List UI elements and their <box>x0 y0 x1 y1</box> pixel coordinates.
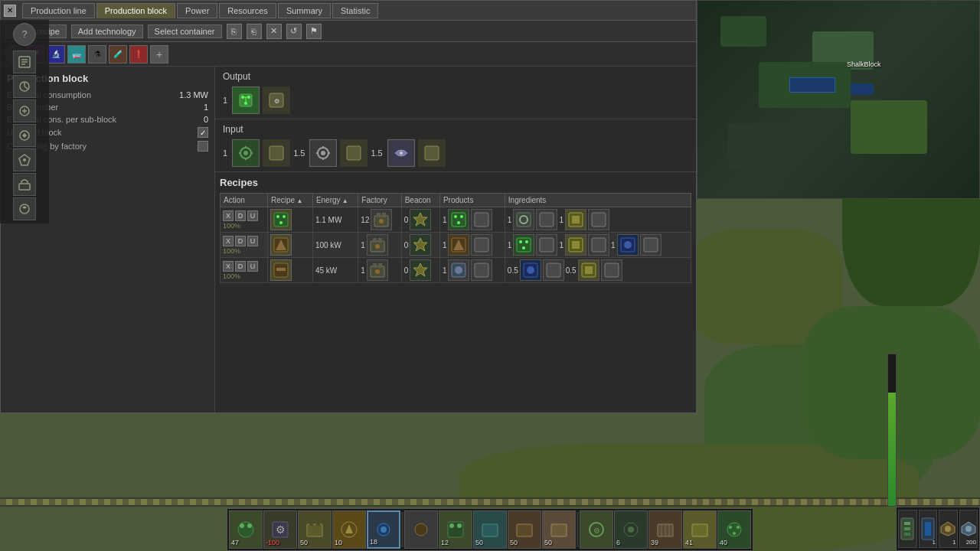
hotbar-slot-13[interactable]: 39 <box>648 510 682 549</box>
close-button[interactable]: ✕ <box>4 5 16 17</box>
input-title: Input <box>223 124 688 135</box>
beacon-icon-3[interactable] <box>410 259 431 281</box>
equip-slot-3[interactable]: 1 <box>939 510 958 548</box>
action-d-1[interactable]: D <box>235 210 246 221</box>
equip-slot-2[interactable]: 1 <box>919 510 938 548</box>
factory-count-3: 1 <box>361 266 365 275</box>
action-d-2[interactable]: D <box>235 236 246 246</box>
add-icon[interactable]: + <box>150 45 168 64</box>
unlinked-block-checkbox[interactable] <box>198 127 208 138</box>
nav-icon-2[interactable] <box>13 75 36 98</box>
tab-production-line[interactable]: Production line <box>22 3 95 18</box>
hotbar-slot-3-count: 50 <box>300 539 308 546</box>
action-x-3[interactable]: X <box>223 261 234 272</box>
tab-resources[interactable]: Resources <box>219 3 276 18</box>
action-x-2[interactable]: X <box>223 236 234 246</box>
product-icon-1[interactable] <box>448 209 469 230</box>
beacon-icon-2[interactable] <box>410 234 431 256</box>
input-item-3[interactable] <box>387 139 415 167</box>
tab-summary[interactable]: Summary <box>278 3 331 18</box>
ing1-icon-1[interactable] <box>513 209 534 230</box>
action-d-3[interactable]: D <box>235 261 246 272</box>
recipe-icon-1[interactable] <box>270 209 292 230</box>
factory-icon-2[interactable] <box>367 234 388 256</box>
input-item-2[interactable] <box>309 139 337 167</box>
ing2-icon-2[interactable] <box>565 234 586 256</box>
hotbar-slot-1[interactable]: 47 <box>229 510 263 549</box>
refresh-icon[interactable]: ↺ <box>286 24 302 39</box>
science-gray-icon[interactable]: ⚗ <box>88 45 106 64</box>
svg-point-66 <box>527 266 534 274</box>
action-u-2[interactable]: U <box>247 236 258 246</box>
hotbar-slot-14[interactable]: 41 <box>683 510 717 549</box>
svg-rect-64 <box>475 263 488 277</box>
ing2-icon-3[interactable] <box>578 259 599 281</box>
hotbar-slot-3[interactable]: 50 <box>298 510 332 549</box>
svg-rect-35 <box>592 213 606 227</box>
hotbar-slot-11[interactable]: ⚙ <box>580 510 613 549</box>
ing3-icon-2[interactable] <box>617 234 639 256</box>
factory-icon-3[interactable] <box>367 259 388 281</box>
nav-help-icon[interactable]: ? <box>13 23 36 46</box>
hotbar-slot-15[interactable]: 40 <box>717 510 751 549</box>
ing2-count-1: 1 <box>559 216 564 224</box>
action-u-1[interactable]: U <box>247 210 258 221</box>
beacon-icon-1[interactable] <box>410 209 431 230</box>
nav-icon-5[interactable] <box>13 148 36 171</box>
science-red-icon[interactable]: ❗ <box>129 45 148 64</box>
nav-icon-4[interactable] <box>13 124 36 147</box>
svg-point-40 <box>375 244 380 249</box>
svg-rect-29 <box>475 213 488 227</box>
hotbar-slot-4[interactable]: 10 <box>332 510 366 549</box>
col-energy[interactable]: Energy <box>312 194 358 207</box>
science-teal-icon[interactable]: 🧫 <box>67 45 86 64</box>
paste-icon[interactable]: ⎗ <box>247 24 262 39</box>
hotbar-slot-10[interactable]: 50 <box>542 510 576 549</box>
svg-point-18 <box>283 215 286 218</box>
tab-power[interactable]: Power <box>177 3 217 18</box>
nav-icon-7[interactable] <box>13 197 36 220</box>
nav-icon-6[interactable] <box>13 173 36 196</box>
col-recipe[interactable]: Recipe <box>268 194 313 207</box>
input-item-1[interactable] <box>232 139 260 167</box>
input-count-1: 1 <box>223 148 227 158</box>
tab-statistic[interactable]: Statistic <box>332 3 379 18</box>
action-u-3[interactable]: U <box>247 261 258 272</box>
science-blue-icon[interactable]: 🔬 <box>47 45 65 64</box>
equip-slot-1[interactable] <box>898 510 917 548</box>
recipe-icon-3[interactable] <box>270 259 292 281</box>
factory-icon-1[interactable] <box>371 209 392 230</box>
output-item-1[interactable] <box>232 86 260 114</box>
svg-point-132 <box>945 526 951 532</box>
settings-icon[interactable]: ⚑ <box>306 24 322 39</box>
recipe-row-1: X D U 100% <box>220 207 691 233</box>
action-x-1[interactable]: X <box>223 210 234 221</box>
copy-icon[interactable]: ⎘ <box>227 24 242 39</box>
ing1-icon-2[interactable] <box>513 234 534 256</box>
hotbar-slot-2[interactable]: ⚙ -100 <box>263 510 297 549</box>
hotbar-slot-7[interactable]: 12 <box>439 510 472 549</box>
ing1-count-3: 0.5 <box>508 266 518 275</box>
hotbar-slot-8[interactable]: 50 <box>473 510 507 549</box>
equip-slot-4[interactable]: 200 <box>959 510 978 548</box>
hotbar-slot-5[interactable]: 18 <box>367 510 400 549</box>
add-technology-button[interactable]: Add technology <box>71 24 143 38</box>
product-icon-2[interactable] <box>448 234 469 256</box>
hotbar-slot-12[interactable]: 6 <box>614 510 648 549</box>
ing1-icon-3[interactable] <box>520 259 541 281</box>
science-brown-icon[interactable]: 🧪 <box>109 45 127 64</box>
svg-rect-110 <box>517 524 532 536</box>
computing-by-factory-checkbox[interactable] <box>198 141 208 152</box>
hotbar-slot-6[interactable] <box>404 510 438 549</box>
select-container-button[interactable]: Select container <box>148 24 222 38</box>
recipe-row-1-actions: X D U 100% <box>220 207 268 233</box>
recipe-icon-2[interactable] <box>270 234 292 256</box>
nav-icon-1[interactable] <box>13 51 36 73</box>
tab-production-block[interactable]: Production block <box>96 3 175 18</box>
ing2-icon-1[interactable] <box>565 209 586 230</box>
hotbar-slot-9[interactable]: 50 <box>508 510 541 549</box>
product-icon-3[interactable] <box>448 259 469 281</box>
delete-icon[interactable]: ✕ <box>266 24 282 39</box>
col-products: Products <box>439 194 505 207</box>
nav-icon-3[interactable] <box>13 99 36 122</box>
